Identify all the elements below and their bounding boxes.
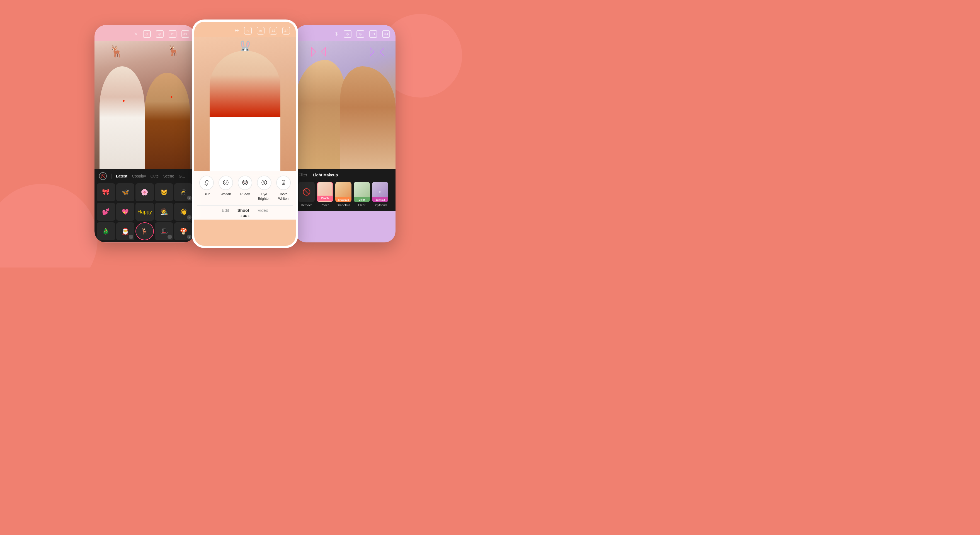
sticker-11[interactable]: 🎄 [97, 222, 115, 240]
sticker-7[interactable]: 💖 [116, 203, 135, 221]
right-flash-icon[interactable]: ✳ [334, 31, 339, 37]
filter-tab-makeup[interactable]: Light Makeup [313, 173, 338, 178]
left-photo-area: 🦌 🦌 ● ● [94, 41, 195, 169]
tab-divider [111, 174, 111, 179]
tab-scene[interactable]: Scene [163, 174, 174, 178]
right-focus-icon[interactable]: ◎ [356, 30, 364, 38]
right-ratio-3-icon[interactable]: 3:4 [382, 30, 390, 38]
blur-tool[interactable]: Blur [197, 176, 215, 197]
sticker-5[interactable]: 🥷 ↓ [174, 183, 192, 201]
left-ratio-1-icon[interactable]: 1:1 [169, 30, 177, 38]
peach-overlay-label: Peach [321, 197, 329, 200]
tab-cute[interactable]: Cute [151, 174, 159, 178]
filter-clear[interactable]: Clear Clear [354, 182, 370, 207]
sticker-1[interactable]: 🎀 [97, 183, 115, 201]
center-top-bar: ✳ ◷ ◎ 1:1 3:4 [194, 22, 296, 37]
grapefruit-overlay-label: Grapefruit [338, 198, 349, 201]
download-badge-10: ↓ [187, 215, 191, 219]
red-nose-right: ● [170, 94, 173, 99]
svg-point-7 [243, 182, 244, 183]
sticker-3[interactable]: 🌸 [135, 183, 154, 201]
center-photo-area: 🐰 — — [194, 37, 296, 171]
left-top-bar: ✳ ◷ ◎ 1:1 3:4 [94, 25, 195, 41]
tab-video[interactable]: Video [258, 208, 268, 213]
tab-cosplay[interactable]: Cosplay [132, 174, 146, 178]
filter-swatches: 🚫 Remove Peach Peach [299, 182, 392, 207]
filter-tabs: Filter Light Makeup [299, 173, 392, 178]
peach-swatch-img: Peach [317, 182, 333, 202]
clear-label: Clear [358, 203, 366, 207]
center-ratio-1-icon[interactable]: 1:1 [269, 27, 277, 35]
right-ratio-1-icon[interactable]: 1:1 [369, 30, 377, 38]
phone-right: ✳ ◷ ◎ 1:1 3:4 [295, 25, 396, 243]
right-bottom-panel: Filter Light Makeup 🚫 Remove [295, 169, 396, 211]
center-flash-icon[interactable]: ✳ [235, 28, 239, 34]
filter-boyfriend[interactable]: ⊟ Boyfriend Boyfriend [372, 182, 388, 207]
sticker-13-selected[interactable]: 🦌 [135, 222, 154, 240]
whiten-label: Whiten [221, 192, 231, 197]
tab-edit[interactable]: Edit [222, 208, 229, 213]
whiten-tool[interactable]: Whiten [217, 176, 235, 197]
tooth-whiten-label: Tooth Whiten [275, 192, 293, 201]
sticker-2[interactable]: 🦋 [116, 183, 135, 201]
dot-3 [248, 215, 250, 217]
remove-label: Remove [301, 203, 312, 207]
left-ratio-3-icon[interactable]: 3:4 [181, 30, 189, 38]
tab-more[interactable]: G... [179, 174, 185, 178]
beauty-tools: Blur Whiten [197, 176, 293, 201]
ruddy-icon [238, 176, 252, 190]
eye-brighten-label: Eye Brighten [255, 192, 273, 201]
sticker-6[interactable]: 💕 [97, 203, 115, 221]
ruddy-label: Ruddy [240, 192, 250, 197]
download-badge-14: ↓ [167, 235, 172, 239]
left-bottom-panel: 🚫 Latest Cosplay Cute Scene G... 🎀 🦋 🌸 [94, 169, 195, 242]
left-timer-icon[interactable]: ◷ [143, 30, 151, 38]
person-left [100, 66, 145, 169]
ruddy-tool[interactable]: Ruddy [236, 176, 254, 197]
grapefruit-swatch-img: Grapefruit [335, 182, 352, 202]
left-photo-image: 🦌 🦌 ● ● [94, 41, 195, 169]
eye-brighten-icon [257, 176, 272, 190]
phone-left: ✳ ◷ ◎ 1:1 3:4 🦌 🦌 ● ● 🚫 [94, 25, 195, 243]
svg-point-1 [223, 180, 228, 185]
phones-container: ✳ ◷ ◎ 1:1 3:4 🦌 🦌 ● ● 🚫 [94, 19, 396, 248]
left-flash-icon[interactable]: ✳ [134, 31, 138, 37]
left-tab-bar: 🚫 Latest Cosplay Cute Scene G... [94, 169, 195, 182]
sticker-14[interactable]: 🎩 ↓ [155, 222, 173, 240]
tab-shoot[interactable]: Shoot [237, 208, 250, 213]
center-bottom-panel: Blur Whiten [194, 171, 296, 219]
filter-remove[interactable]: 🚫 Remove [299, 182, 315, 207]
whiten-icon [218, 176, 233, 190]
reindeer-left: 🦌 [110, 45, 124, 58]
filter-peach[interactable]: Peach Peach [317, 182, 333, 207]
sticker-8[interactable]: Happy [135, 203, 154, 221]
filter-grapefruit[interactable]: Grapefruit Grapefruit [335, 182, 352, 207]
dot-1 [240, 215, 242, 217]
download-badge-12: ↓ [129, 235, 133, 239]
right-photo-image: ~~~ ~~~ [295, 41, 396, 169]
center-timer-icon[interactable]: ◷ [244, 27, 252, 35]
svg-point-8 [246, 182, 247, 183]
tooth-whiten-tool[interactable]: Tooth Whiten [275, 176, 293, 201]
sticker-15[interactable]: 🍄 ↓ [174, 222, 192, 240]
sticker-10[interactable]: 👋 ↓ [174, 203, 192, 221]
center-focus-icon[interactable]: ◎ [257, 27, 264, 35]
nav-dots [197, 215, 293, 217]
cat-ears-left [310, 46, 327, 60]
filter-tab-filter[interactable]: Filter [299, 173, 307, 178]
tab-latest[interactable]: Latest [116, 174, 127, 178]
blur-label: Blur [204, 192, 210, 197]
remove-swatch-img: 🚫 [299, 182, 315, 202]
sticker-9[interactable]: 🧑‍🎨 [155, 203, 173, 221]
sticker-4[interactable]: 😺 [155, 183, 173, 201]
left-focus-icon[interactable]: ◎ [156, 30, 164, 38]
no-sticker-btn[interactable]: 🚫 [99, 172, 107, 180]
sticker-12[interactable]: 🎅 ↓ [116, 222, 135, 240]
svg-point-3 [226, 182, 227, 183]
center-ratio-3-icon[interactable]: 3:4 [282, 27, 290, 35]
red-nose-left: ● [123, 98, 125, 103]
eye-brighten-tool[interactable]: Eye Brighten [255, 176, 273, 201]
right-timer-icon[interactable]: ◷ [344, 30, 352, 38]
right-person-right [340, 66, 396, 169]
cat-ears-right [369, 46, 385, 60]
